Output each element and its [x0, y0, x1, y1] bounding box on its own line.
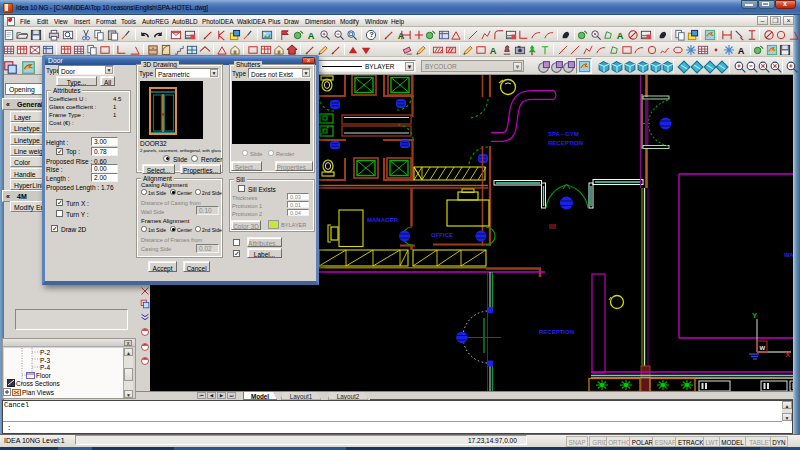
svg-text:A: A: [617, 30, 624, 40]
svg-text:X: X: [785, 350, 791, 359]
svg-text:A: A: [308, 30, 315, 40]
svg-text:?: ?: [369, 30, 374, 39]
svg-text:A: A: [490, 45, 497, 55]
svg-text:A: A: [738, 45, 745, 55]
svg-text:WAT: WAT: [784, 252, 793, 258]
svg-text:Y: Y: [752, 311, 758, 320]
svg-text:RECEPTION: RECEPTION: [539, 329, 574, 335]
svg-text:W: W: [760, 345, 766, 351]
svg-text:OFFICE: OFFICE: [431, 232, 453, 238]
svg-text:SPA - GYM: SPA - GYM: [548, 131, 579, 137]
svg-text:RECEPTION: RECEPTION: [548, 140, 583, 146]
svg-text:MANAGER: MANAGER: [367, 217, 399, 223]
